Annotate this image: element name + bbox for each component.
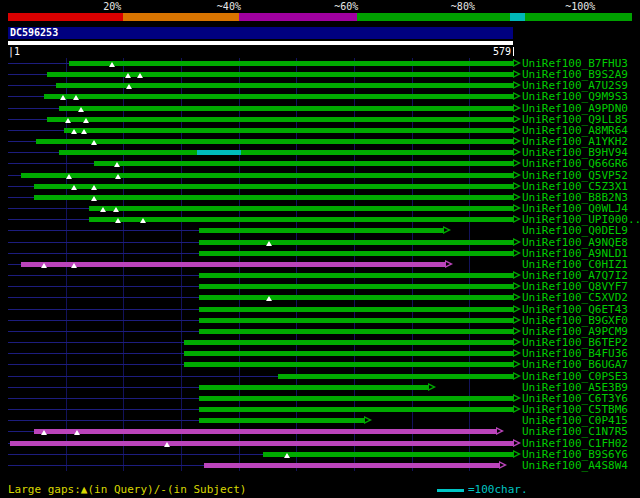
hit-bar[interactable] — [199, 284, 514, 289]
lead-line — [8, 74, 47, 75]
lead-line — [8, 119, 47, 120]
hit-label[interactable]: UniRef100_Q9M9S3 — [522, 91, 628, 102]
arrowhead-inner — [514, 117, 518, 121]
arrowhead-inner — [446, 262, 450, 266]
hit-row: UniRef100_A9PDN0 — [0, 103, 640, 114]
hit-label[interactable]: UniRef100_Q66GR6 — [522, 158, 628, 169]
hit-bar[interactable] — [199, 295, 514, 300]
ruler: |1 579 — [0, 46, 640, 57]
hit-bar[interactable] — [34, 195, 513, 200]
hit-bar[interactable] — [56, 83, 513, 88]
hit-label[interactable]: UniRef100_C1N7R5 — [522, 426, 628, 437]
query-bar — [8, 41, 513, 45]
lead-line — [8, 331, 199, 332]
identity-scale-segment — [8, 13, 123, 21]
hit-row: UniRef100_Q66GR6 — [0, 158, 640, 169]
hit-bar[interactable] — [34, 429, 496, 434]
hit-label[interactable]: UniRef100_C0PSE3 — [522, 371, 628, 382]
lead-line — [8, 208, 89, 209]
hit-bar[interactable] — [36, 139, 513, 144]
hit-label[interactable]: UniRef100_A9PDN0 — [522, 103, 628, 114]
hit-bar[interactable] — [199, 329, 514, 334]
hit-bar[interactable] — [204, 463, 499, 468]
hit-bar[interactable] — [184, 340, 513, 345]
arrowhead-inner — [514, 106, 518, 110]
hit-bar[interactable] — [94, 161, 513, 166]
hit-bar[interactable] — [44, 94, 513, 99]
identity-scale-segment — [239, 13, 358, 21]
arrowhead-inner — [514, 139, 518, 143]
ruler-end-tick — [513, 47, 514, 56]
lead-line — [8, 364, 184, 365]
gap-marker-icon — [66, 174, 72, 179]
hit-bar[interactable] — [199, 385, 429, 390]
gap-marker-icon — [91, 185, 97, 190]
hit-label[interactable]: UniRef100_Q0DEL9 — [522, 225, 628, 236]
arrowhead-inner — [514, 318, 518, 322]
hit-label[interactable]: UniRef100_B6UGA7 — [522, 359, 628, 370]
gap-marker-icon — [137, 73, 143, 78]
arrowhead-inner — [514, 329, 518, 333]
hit-bar[interactable] — [199, 240, 514, 245]
lead-line — [8, 320, 199, 321]
hit-bar[interactable] — [21, 262, 445, 267]
identity-scale-label: ~40% — [217, 1, 241, 12]
hit-bar[interactable] — [199, 251, 514, 256]
hit-bar[interactable] — [64, 128, 513, 133]
hit-bar[interactable] — [10, 441, 513, 446]
hit-bar[interactable] — [21, 173, 513, 178]
identity-scale-segment — [357, 13, 510, 21]
hit-bar[interactable] — [199, 307, 514, 312]
hit-bar[interactable] — [199, 318, 514, 323]
gap-marker-icon — [113, 207, 119, 212]
hit-label[interactable]: UniRef100_C1FH02 — [522, 438, 628, 449]
arrowhead-inner — [429, 385, 433, 389]
hit-bar[interactable] — [89, 206, 513, 211]
hit-bar[interactable] — [89, 217, 513, 222]
lead-line — [8, 130, 64, 131]
lead-line — [8, 186, 34, 187]
hit-bar[interactable] — [59, 106, 513, 111]
gaps-legend: Large gaps:▲(in Query)/-(in Subject) — [8, 483, 246, 496]
gap-marker-icon — [81, 129, 87, 134]
lead-line — [8, 309, 199, 310]
hit-bar[interactable] — [199, 396, 514, 401]
lead-line — [8, 141, 36, 142]
arrowhead-inner — [514, 206, 518, 210]
hit-label[interactable]: UniRef100_C5XVD2 — [522, 292, 628, 303]
hit-label[interactable]: UniRef100_A9NQE8 — [522, 237, 628, 248]
gap-marker-icon — [115, 218, 121, 223]
hit-row: UniRef100_C5XVD2 — [0, 292, 640, 303]
hit-bar[interactable] — [197, 150, 242, 155]
hit-label[interactable]: UniRef100_Q5VP52 — [522, 170, 628, 181]
lead-line — [8, 230, 199, 231]
hit-bar[interactable] — [199, 418, 364, 423]
hit-bar[interactable] — [184, 362, 513, 367]
hit-bar[interactable] — [47, 117, 513, 122]
hit-label[interactable]: UniRef100_A4S8W4 — [522, 460, 628, 471]
hit-bar[interactable] — [199, 407, 514, 412]
hit-bar[interactable] — [199, 273, 514, 278]
hit-bar[interactable] — [59, 150, 197, 155]
hit-bar[interactable] — [199, 228, 444, 233]
hit-bar[interactable] — [184, 351, 513, 356]
lead-line — [8, 454, 263, 455]
hit-bar[interactable] — [241, 150, 513, 155]
hits-plot: UniRef100_B7FHU3UniRef100_B9S2A9UniRef10… — [0, 58, 640, 471]
hit-row: UniRef100_A4S8W4 — [0, 460, 640, 471]
lead-line — [8, 152, 59, 153]
hit-bar[interactable] — [278, 374, 513, 379]
hit-bar[interactable] — [34, 184, 513, 189]
hit-bar[interactable] — [47, 72, 513, 77]
lead-line — [8, 431, 34, 432]
arrowhead-inner — [514, 374, 518, 378]
lead-line — [8, 353, 184, 354]
arrowhead-inner — [514, 161, 518, 165]
gap-marker-icon — [91, 140, 97, 145]
hit-bar[interactable] — [69, 61, 513, 66]
gap-marker-icon — [65, 118, 71, 123]
arrowhead-inner — [514, 61, 518, 65]
hit-bar[interactable] — [263, 452, 513, 457]
gap-marker-icon — [73, 95, 79, 100]
hit-label[interactable]: UniRef100_Q6ET43 — [522, 304, 628, 315]
